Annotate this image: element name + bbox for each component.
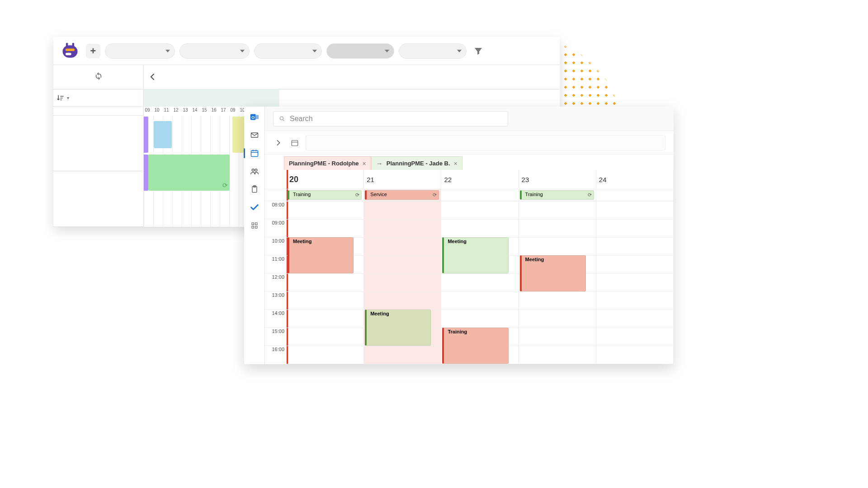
calendar-grid: 08:00 09:00 10:00 11:00 12:00 13:00 14:0… <box>265 170 674 364</box>
calendar-icon[interactable] <box>249 147 260 159</box>
time-column: 08:00 09:00 10:00 11:00 12:00 13:00 14:0… <box>265 170 287 364</box>
planningpme-logo-icon <box>59 40 81 62</box>
event-label: Service <box>370 192 387 197</box>
svg-rect-0 <box>63 45 78 58</box>
gantt-block[interactable] <box>154 121 172 148</box>
day-column-21[interactable]: 21 Service ⟳ Meeting <box>364 170 441 364</box>
filter-combo-5[interactable] <box>399 43 467 59</box>
funnel-filter-button[interactable] <box>471 44 486 58</box>
apps-grid-icon[interactable] <box>249 220 260 231</box>
sync-icon: ⟳ <box>588 192 592 198</box>
day-band <box>144 89 279 107</box>
outlook-topbar: Search <box>265 107 674 131</box>
calendar-tab-rodolphe[interactable]: PlanningPME - Rodolphe × <box>284 156 371 170</box>
search-icon <box>279 116 285 122</box>
close-icon[interactable]: × <box>363 160 366 167</box>
pme-subtoolbar <box>53 65 560 89</box>
people-icon[interactable] <box>249 165 260 177</box>
day-number: 23 <box>522 176 529 183</box>
timed-event[interactable]: Meeting <box>365 310 431 346</box>
day-number: 22 <box>444 176 452 183</box>
expand-sidebar-button[interactable] <box>273 137 284 148</box>
sync-icon: ⟳ <box>355 192 359 198</box>
gantt-block[interactable] <box>144 155 148 191</box>
event-label: Meeting <box>525 257 544 262</box>
svg-line-22 <box>283 119 284 121</box>
day-number: 24 <box>599 176 607 183</box>
previous-button[interactable] <box>144 72 156 82</box>
gantt-block[interactable]: ⟳ <box>148 155 230 191</box>
sort-button[interactable]: ▾ <box>53 89 143 107</box>
chevron-down-icon <box>312 50 317 52</box>
timed-event[interactable]: Training <box>442 328 508 364</box>
calendar-tabs: PlanningPME - Rodolphe × → PlanningPME -… <box>265 155 674 170</box>
timed-event[interactable]: Meeting <box>442 237 508 273</box>
search-input[interactable]: Search <box>273 111 508 127</box>
svg-rect-3 <box>66 48 75 51</box>
chevron-down-icon <box>457 50 462 52</box>
svg-rect-7 <box>255 115 258 119</box>
todo-check-icon[interactable] <box>249 202 260 213</box>
pme-resource-column: ▾ <box>53 89 144 227</box>
filter-combo-3[interactable] <box>254 43 322 59</box>
svg-rect-23 <box>292 140 298 145</box>
tab-label: PlanningPME - Jade B. <box>387 160 450 167</box>
svg-rect-9 <box>251 150 258 156</box>
outlook-ribbon <box>265 131 674 155</box>
event-label: Meeting <box>293 239 312 244</box>
svg-rect-2 <box>72 42 75 47</box>
filter-combo-2[interactable] <box>179 43 250 59</box>
outlook-nav-rail: O <box>244 107 265 364</box>
close-icon[interactable]: × <box>454 160 458 167</box>
refresh-icon[interactable] <box>94 71 104 84</box>
svg-point-14 <box>255 169 257 171</box>
add-button[interactable]: + <box>86 44 100 58</box>
pme-toolbar: + <box>53 37 560 65</box>
day-number: 21 <box>367 176 374 183</box>
filter-combo-1[interactable] <box>105 43 175 59</box>
svg-rect-18 <box>255 223 257 225</box>
svg-rect-17 <box>252 223 254 225</box>
sync-icon: ⟳ <box>433 192 437 198</box>
outlook-window: O Search <box>244 107 674 364</box>
chevron-down-icon <box>240 50 245 52</box>
svg-point-13 <box>252 169 254 171</box>
mail-icon[interactable] <box>249 129 260 141</box>
gantt-block[interactable] <box>144 117 148 153</box>
arrow-right-icon: → <box>376 160 383 167</box>
timed-event[interactable]: Meeting <box>520 255 586 291</box>
svg-rect-19 <box>252 226 254 229</box>
day-column-20[interactable]: 20 Training ⟳ Meeting <box>287 170 364 364</box>
svg-text:O: O <box>251 115 255 120</box>
event-label: Meeting <box>370 311 389 316</box>
tab-label: PlanningPME - Rodolphe <box>289 160 359 167</box>
svg-rect-20 <box>255 226 257 229</box>
day-column-22[interactable]: 22 Meeting Training <box>441 170 519 364</box>
ribbon-placeholder <box>306 135 665 150</box>
calendar-picker-icon[interactable] <box>289 137 300 148</box>
outlook-logo-icon: O <box>249 111 260 123</box>
timed-event[interactable]: Meeting <box>288 237 354 273</box>
svg-point-21 <box>280 117 283 120</box>
svg-rect-4 <box>66 52 71 55</box>
chevron-down-icon <box>385 50 389 52</box>
calendar-tab-jade[interactable]: → PlanningPME - Jade B. × <box>371 156 462 170</box>
event-label: Training <box>448 329 467 334</box>
sync-icon: ⟳ <box>222 182 228 189</box>
filter-combo-4[interactable] <box>326 43 394 59</box>
event-label: Training <box>293 192 311 197</box>
chevron-down-icon <box>165 50 170 52</box>
allday-event[interactable]: Training ⟳ <box>520 190 594 200</box>
day-column-24[interactable]: 24 <box>596 170 674 364</box>
svg-rect-1 <box>66 42 68 47</box>
clipboard-icon[interactable] <box>249 183 260 195</box>
allday-event[interactable]: Service ⟳ <box>365 190 439 200</box>
search-placeholder: Search <box>290 115 313 123</box>
day-number: 20 <box>289 175 298 184</box>
allday-event[interactable]: Training ⟳ <box>288 190 362 200</box>
day-column-23[interactable]: 23 Training ⟳ Meeting <box>519 170 596 364</box>
chevron-down-icon: ▾ <box>67 95 69 100</box>
svg-rect-8 <box>251 133 258 137</box>
event-label: Meeting <box>448 239 467 244</box>
event-label: Training <box>525 192 543 197</box>
